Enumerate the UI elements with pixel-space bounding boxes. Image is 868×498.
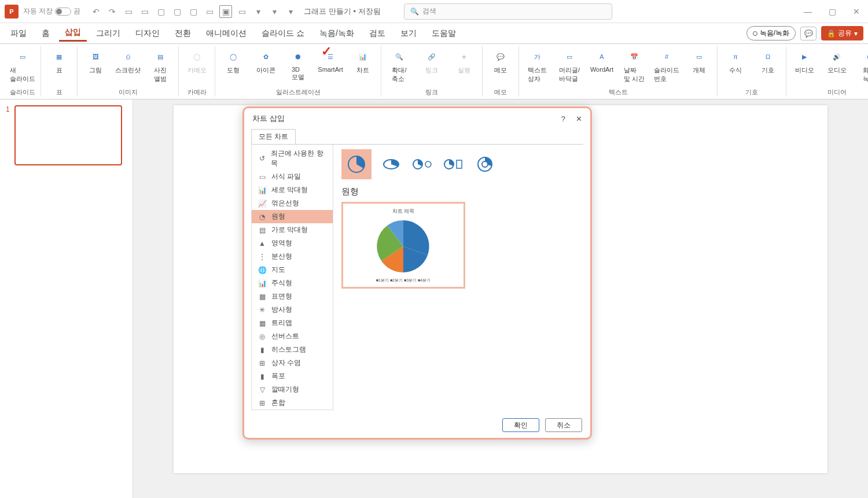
category-sunburst[interactable]: ◎선버스트 — [252, 330, 333, 343]
category-stock[interactable]: 📊주식형 — [252, 276, 333, 290]
dialog-close-button[interactable]: ✕ — [576, 115, 582, 123]
ribbon-comment[interactable]: 💬메모 — [487, 49, 514, 75]
category-xy[interactable]: ⋮분산형 — [252, 250, 333, 263]
ribbon-chart[interactable]: 📊차트 — [350, 49, 376, 75]
ribbon-smartart[interactable]: ☰SmartArt — [317, 49, 344, 73]
tab-transitions[interactable]: 전환 — [169, 26, 197, 41]
category-pie[interactable]: ◔원형 — [252, 210, 333, 223]
ribbon-zoom[interactable]: 🔍확대/축소 — [386, 49, 413, 83]
undo-button[interactable]: ↶ — [90, 5, 102, 18]
ribbon-wordart[interactable]: AWordArt — [589, 49, 615, 73]
ribbon-table[interactable]: ▦표 — [46, 49, 72, 75]
subtype-pie[interactable] — [341, 149, 372, 179]
category-label: 폭포 — [271, 371, 285, 381]
subtype-pie-3d[interactable] — [380, 153, 403, 176]
ribbon-3d-models[interactable]: ⬢3D모델 — [285, 49, 311, 82]
subtype-pie-of-pie[interactable] — [411, 153, 434, 176]
qat-btn[interactable]: ▭ — [203, 5, 216, 18]
qat-btn[interactable]: ▭ — [122, 5, 135, 18]
category-map[interactable]: 🌐지도 — [252, 263, 333, 276]
slide-thumbnail-1[interactable] — [14, 105, 122, 165]
ribbon-label: 아이콘 — [256, 66, 275, 75]
autosave-toggle[interactable]: 자동 저장 끔 — [23, 6, 80, 16]
ribbon-picture[interactable]: 🖼그림 — [82, 49, 109, 75]
ribbon-header-footer[interactable]: ▭머리글/바닥글 — [556, 49, 583, 83]
qat-btn[interactable]: ▣ — [219, 5, 232, 18]
tab-animations[interactable]: 애니메이션 — [200, 26, 252, 41]
ribbon-symbol[interactable]: Ω기호 — [755, 49, 781, 75]
dialog-tab-allcharts[interactable]: 모든 차트 — [251, 129, 296, 144]
tab-help[interactable]: 도움말 — [426, 26, 462, 41]
maximize-button[interactable]: ▢ — [825, 7, 839, 16]
tab-home[interactable]: 홈 — [36, 26, 56, 41]
sunburst-icon: ◎ — [258, 332, 267, 341]
comments-button[interactable]: 💬 — [800, 27, 816, 40]
tab-design[interactable]: 디자인 — [130, 26, 165, 41]
qat-btn[interactable]: ▭ — [138, 5, 151, 18]
category-recent[interactable]: ↺최근에 사용한 항목 — [252, 147, 333, 170]
dialog-help-button[interactable]: ? — [561, 115, 565, 123]
category-template[interactable]: ▭서식 파일 — [252, 170, 333, 183]
ribbon-group-텍스트: 가텍스트상자▭머리글/바닥글AWordArt📅날짜및 시간#슬라이드번호▭개체텍… — [519, 46, 718, 97]
category-boxwhisker[interactable]: ⊞상자 수염 — [252, 356, 333, 370]
ribbon-shapes[interactable]: ◯도형 — [220, 49, 247, 75]
ribbon-textbox[interactable]: 가텍스트상자 — [524, 49, 550, 83]
category-waterfall[interactable]: ▮폭포 — [252, 370, 333, 383]
ribbon-label: 날짜및 시간 — [624, 66, 645, 83]
ribbon-label: 실행 — [458, 66, 470, 75]
ribbon-audio[interactable]: 🔊오디오 — [823, 49, 850, 75]
cancel-button[interactable]: 취소 — [545, 418, 582, 432]
ribbon-object[interactable]: ▭개체 — [686, 49, 712, 75]
category-label: 가로 막대형 — [271, 225, 308, 235]
minimize-button[interactable]: — — [801, 7, 815, 16]
ribbon-screen-rec[interactable]: ⏺화면녹화 — [856, 49, 868, 83]
ribbon-slide-number[interactable]: #슬라이드번호 — [653, 49, 680, 83]
ok-button[interactable]: 확인 — [502, 418, 539, 432]
subtype-bar-of-pie[interactable] — [442, 153, 465, 176]
category-radar[interactable]: ✳방사형 — [252, 303, 333, 316]
qat-more[interactable]: ▾ — [284, 5, 297, 18]
ribbon-icons[interactable]: ✿아이콘 — [252, 49, 279, 75]
category-label: 선버스트 — [271, 331, 299, 341]
tab-draw[interactable]: 그리기 — [90, 26, 126, 41]
new-slide-icon: ▭ — [13, 49, 32, 65]
group-label: 이미지 — [119, 88, 138, 97]
category-treemap[interactable]: ▦트리맵 — [252, 316, 333, 330]
qat-btn[interactable]: ▢ — [171, 5, 183, 18]
tab-review[interactable]: 검토 — [363, 26, 391, 41]
tab-record[interactable]: 녹음/녹화 — [314, 26, 360, 41]
qat-btn[interactable]: ▢ — [155, 5, 167, 18]
qat-btn[interactable]: ▾ — [252, 5, 264, 18]
qat-btn[interactable]: ▭ — [236, 5, 248, 18]
chart-preview[interactable]: 차트 제목 ■1분기 ■2분기 ■3분기 ■4분기 — [341, 202, 465, 289]
tab-view[interactable]: 보기 — [395, 26, 422, 41]
category-column[interactable]: 📊세로 막대형 — [252, 183, 333, 197]
category-combo[interactable]: ⊞혼합 — [252, 396, 333, 410]
tab-file[interactable]: 파일 — [5, 26, 32, 41]
category-line[interactable]: 📈꺾은선형 — [252, 197, 333, 210]
category-bar[interactable]: ▤가로 막대형 — [252, 223, 333, 237]
ribbon-new-slide[interactable]: ▭새슬라이드 — [9, 49, 36, 83]
category-area[interactable]: ▲영역형 — [252, 237, 333, 250]
search-box[interactable]: 🔍 검색 — [404, 3, 612, 20]
category-surface[interactable]: ▦표면형 — [252, 290, 333, 303]
tab-insert[interactable]: 삽입 — [59, 25, 87, 42]
redo-button[interactable]: ↷ — [106, 5, 119, 18]
close-button[interactable]: ✕ — [849, 7, 863, 16]
symbol-icon: Ω — [759, 49, 777, 65]
ribbon-date-time[interactable]: 📅날짜및 시간 — [621, 49, 648, 83]
ribbon-photo-album[interactable]: ▤사진앨범 — [147, 49, 174, 83]
subtype-doughnut[interactable] — [473, 153, 496, 176]
share-button[interactable]: 🔒 공유 ▾ — [821, 26, 863, 40]
category-histogram[interactable]: ▮히스토그램 — [252, 343, 333, 356]
ribbon-video[interactable]: ▶비디오 — [791, 49, 818, 75]
ribbon-screenshot[interactable]: ⎙스크린샷 — [115, 49, 141, 75]
qat-btn[interactable]: ▢ — [187, 5, 200, 18]
ribbon-equation[interactable]: π수식 — [722, 49, 749, 75]
tab-slideshow[interactable]: 슬라이드 쇼 — [256, 26, 310, 41]
document-title[interactable]: 그래프 만들기 • 저장됨 — [304, 6, 380, 17]
ribbon-label: 사진앨범 — [154, 66, 167, 83]
record-button[interactable]: 녹음/녹화 — [746, 26, 796, 40]
qat-btn[interactable]: ▾ — [268, 5, 281, 18]
category-funnel[interactable]: ▽깔때기형 — [252, 383, 333, 396]
